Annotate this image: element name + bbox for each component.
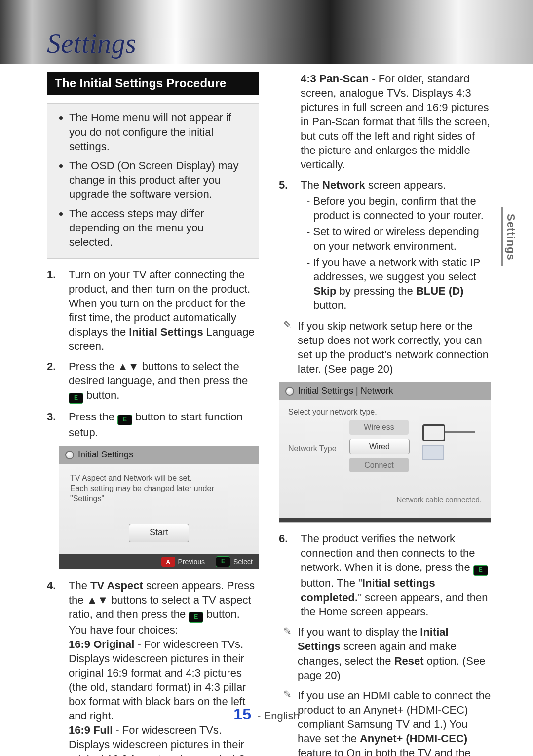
step-2: 2. Press the ▲▼ buttons to select the de… (47, 359, 259, 404)
osd-footer (279, 518, 491, 522)
osd-title: Initial Settings | Network (298, 385, 393, 397)
osd-line: Each setting may be changed later under … (70, 483, 248, 504)
intro-item: The OSD (On Screen Display) may change i… (69, 158, 248, 201)
osd-network: Initial Settings | Network Select your n… (279, 382, 491, 523)
intro-item: The Home menu will not appear if you do … (69, 111, 248, 153)
osd-footer: APrevious ESelect (59, 554, 259, 569)
step-5: 5. The Network screen appears. - Before … (279, 178, 491, 312)
step-3: 3. Press the E button to start function … (47, 410, 259, 440)
page-number: 15 (233, 705, 251, 723)
note: ✎ If you skip network setup here or the … (279, 319, 491, 376)
cable-icon (445, 431, 475, 433)
osd-previous-label: Previous (178, 557, 205, 566)
step-6: 6. The product verifies the network conn… (279, 531, 491, 619)
network-diagram (398, 424, 482, 469)
side-tab: Settings (501, 207, 518, 266)
osd-dot-icon (285, 387, 294, 396)
intro-box: The Home menu will not appear if you do … (47, 103, 259, 259)
step-number: 2. (47, 359, 61, 404)
right-column: 4:3 Pan-Scan - For older, standard scree… (279, 72, 491, 756)
step-number: 3. (47, 410, 61, 440)
section-heading: The Initial Settings Procedure (47, 72, 259, 95)
note-icon: ✎ (282, 320, 293, 331)
sub-item: - Set to wired or wireless depending on … (301, 225, 491, 253)
side-tab-label: Settings (504, 214, 517, 261)
osd-start-button[interactable]: Start (129, 524, 189, 542)
intro-item: The access steps may differ depending on… (69, 206, 248, 249)
sub-item: - If you have a network with static IP a… (301, 255, 491, 312)
network-status: Network cable connected. (396, 495, 482, 505)
osd-select-label: Select (233, 557, 253, 566)
sub-item: - Before you begin, confirm that the pro… (301, 194, 491, 223)
page-language: English (264, 710, 300, 722)
step-1: 1. Turn on your TV after connecting the … (47, 267, 259, 353)
note-icon: ✎ (282, 689, 293, 700)
osd-initial-settings: Initial Settings TV Aspect and Network w… (59, 446, 259, 569)
step-number: 5. (279, 178, 293, 312)
osd-line: TV Aspect and Network will be set. (70, 473, 248, 483)
osd-prompt: Select your network type. (288, 407, 482, 417)
left-column: The Initial Settings Procedure The Home … (47, 72, 259, 756)
osd-header: Initial Settings (59, 446, 259, 464)
enter-icon: E (69, 393, 83, 404)
step-number: 1. (47, 267, 61, 353)
up-down-icon: ▲▼ (87, 594, 109, 606)
red-a-icon: A (161, 557, 175, 567)
enter-icon: E (473, 565, 488, 576)
page-footer: 15 - English (0, 705, 533, 723)
osd-title: Initial Settings (78, 449, 133, 461)
network-type-label: Network Type (288, 443, 343, 454)
enter-icon: E (189, 612, 203, 623)
enter-icon: E (117, 415, 132, 425)
note-icon: ✎ (282, 626, 293, 637)
up-down-icon: ▲▼ (117, 360, 139, 373)
step-number: 4. (47, 578, 61, 756)
pc-icon (422, 445, 444, 460)
enter-icon: E (216, 556, 230, 567)
step-4: 4. The TV Aspect screen appears. Press t… (47, 578, 259, 756)
osd-dot-icon (65, 451, 74, 459)
router-icon (422, 424, 445, 441)
page-title: Settings (47, 28, 136, 59)
note: ✎ If you want to display the Initial Set… (279, 625, 491, 682)
page-banner: Settings (0, 0, 533, 64)
step-number: 6. (279, 531, 293, 619)
osd-header: Initial Settings | Network (279, 382, 491, 400)
